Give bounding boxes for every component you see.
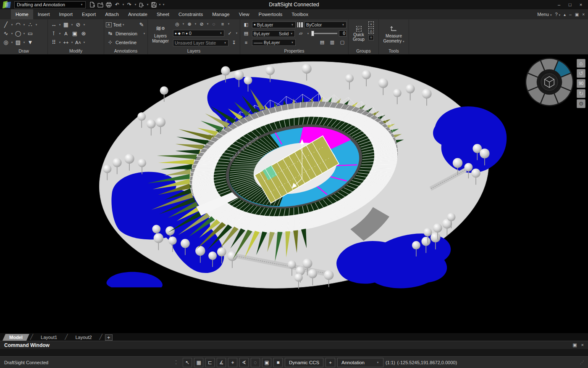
tab-sheet[interactable]: Sheet [152, 9, 174, 19]
add-scale-button[interactable]: + [326, 358, 335, 367]
rotate-cw-button[interactable]: ↻ [577, 89, 585, 98]
workspace-selector[interactable]: Drafting and Annotation ▾ [14, 1, 86, 8]
layer-lock-icon[interactable]: ⊘ [197, 20, 206, 28]
selection-cycling-icon[interactable]: ◌ [251, 358, 260, 367]
transparency-icon[interactable]: ▱ [297, 29, 305, 37]
tab-attach[interactable]: Attach [100, 9, 123, 19]
centerline-button[interactable]: ⊹ Centerline [106, 38, 136, 47]
layer-check-icon[interactable]: ✓ [226, 29, 234, 37]
tab-annotate[interactable]: Annotate [123, 9, 152, 19]
rectangle-icon[interactable]: ▭ [26, 29, 34, 37]
text-button[interactable]: A Text [106, 21, 121, 29]
home-view-button[interactable]: ⌂ [577, 59, 585, 68]
command-float-icon[interactable]: ▣ [572, 342, 577, 348]
tab-toolbox[interactable]: Toolbox [287, 9, 313, 19]
measure-geometry-button[interactable]: Measure Geometry ▾ [381, 20, 407, 47]
pen-icon[interactable]: ✎ [137, 21, 146, 29]
pick-group-icon[interactable]: ✧ [368, 35, 374, 40]
tab-insert[interactable]: Insert [33, 9, 55, 19]
rotate-90-button[interactable]: 90 [577, 79, 585, 88]
grid-icon[interactable]: ▦ [194, 358, 203, 367]
solid-icon[interactable]: ▼ [26, 38, 34, 46]
explode-icon[interactable]: ▣ [71, 29, 79, 37]
tab-constraints[interactable]: Constraints [174, 9, 207, 19]
ortho-icon[interactable]: ⊏ [205, 358, 215, 367]
tab-view[interactable]: View [234, 9, 254, 19]
tab-layout1[interactable]: Layout1 [34, 334, 64, 341]
tab-layout2[interactable]: Layout2 [68, 334, 98, 341]
command-close-icon[interactable]: × [581, 342, 584, 348]
save-button[interactable] [150, 1, 158, 8]
pattern-icon[interactable]: ▦ [62, 21, 70, 29]
burst-icon[interactable]: ⊛ [79, 29, 88, 37]
tab-powertools[interactable]: Powertools [254, 9, 287, 19]
slider-handle[interactable] [311, 31, 314, 36]
quick-modify-icon[interactable]: ⠿ [50, 38, 58, 46]
dynamic-ccs-button[interactable]: Dynamic CCS [285, 358, 323, 367]
rotate-ccw-button[interactable]: ↺ [577, 69, 585, 78]
command-window-header[interactable]: Command Window ▣ × [0, 341, 588, 349]
point-icon[interactable]: ∴ [26, 21, 34, 29]
line-color-combo[interactable]: ● ByLayer▾ [252, 21, 296, 28]
layer-hide-icon[interactable]: ◎ [173, 20, 181, 28]
line-icon[interactable]: ╱ [2, 21, 10, 29]
spline-icon[interactable]: ∿ [2, 29, 10, 37]
entity-list-icon[interactable]: ▥ [328, 38, 336, 46]
edit-group-icon[interactable]: △ [368, 28, 374, 34]
text-style-icon[interactable]: ▤ [318, 38, 326, 46]
transparency-slider[interactable]: 0 [311, 30, 346, 37]
line-weight-combo[interactable]: ByColor▾ [304, 21, 346, 28]
print-button[interactable] [105, 1, 113, 8]
active-layer-combo[interactable]: ● ◆ ⊓ ● 0 ▾ [173, 30, 224, 37]
doc-restore-button[interactable]: ▣ [575, 12, 579, 17]
stretch-icon[interactable]: ↔ [50, 21, 58, 29]
save-dropdown[interactable]: ▾ [158, 3, 161, 6]
annotation-scale-icon[interactable]: A˄ [74, 38, 82, 46]
menu-dropdown[interactable]: Menu ▾ [537, 12, 551, 17]
page-icon[interactable]: ▢ [338, 38, 346, 46]
doc-close-button[interactable]: × [582, 12, 585, 17]
ellipse-icon[interactable]: ◯ [14, 29, 22, 37]
undo-dropdown[interactable]: ▾ [122, 3, 125, 6]
fill-mode-icon[interactable]: ■ [273, 358, 283, 367]
close-button[interactable]: × [576, 1, 585, 8]
doc-minimize-button[interactable]: – [569, 12, 572, 17]
arc-icon[interactable]: ◠ [14, 21, 22, 29]
minimize-button[interactable]: – [554, 1, 564, 8]
layer-new-icon[interactable]: ⊕ [185, 20, 194, 28]
layer-preview-icon[interactable]: ◌ [210, 20, 218, 28]
tab-home[interactable]: Home [11, 9, 33, 19]
undo-icon[interactable]: ↶ [113, 1, 121, 8]
hatch-icon[interactable]: ▨ [14, 38, 22, 46]
annotation-scale-dropdown[interactable]: Annotation▾ [337, 358, 383, 367]
redo-icon[interactable]: ↷ [126, 1, 133, 8]
resize-grip[interactable]: ⋰ [580, 360, 584, 365]
edit-annotation-icon[interactable]: A [62, 29, 70, 37]
collapse-ribbon-button[interactable]: ▴ [564, 12, 566, 17]
entity-snap-icon[interactable]: ⌖ [228, 358, 237, 367]
layer-states-icon[interactable]: ≡ [218, 20, 227, 28]
line-style-combo[interactable]: —— ByLayer▾ [252, 39, 296, 46]
wheel-settings-button[interactable]: ⚙ [577, 99, 585, 108]
circle-icon[interactable]: ◎ [2, 38, 10, 46]
layer-state-combo[interactable]: Unsaved Layer State▾ [173, 40, 228, 46]
tab-manage[interactable]: Manage [207, 9, 234, 19]
erase-icon[interactable]: ⊘ [74, 21, 82, 29]
entity-track-icon[interactable]: ∢ [239, 358, 249, 367]
layer-state-apply-icon[interactable]: ↧ [230, 39, 238, 47]
view-wheel[interactable] [525, 57, 574, 107]
hatch-combo[interactable]: ByLayer Solid▾ [252, 30, 295, 37]
ungroup-icon[interactable]: × [368, 21, 374, 27]
statusbar-grip-icon[interactable]: ⁚ [171, 358, 181, 367]
tab-export[interactable]: Export [77, 9, 100, 19]
snap-icon[interactable]: ↖ [183, 358, 192, 367]
publish-dropdown[interactable]: ▾ [146, 3, 149, 6]
quick-group-button[interactable]: △○ Quick Group [350, 20, 367, 47]
publish-button[interactable] [138, 1, 145, 8]
redo-dropdown[interactable]: ▾ [134, 3, 137, 6]
help-dropdown[interactable]: ? ▾ [555, 12, 560, 17]
gizmo-icon[interactable]: ▣ [262, 358, 271, 367]
tab-model[interactable]: Model [3, 334, 29, 341]
polar-tracking-icon[interactable]: ∡ [217, 358, 226, 367]
trim-icon[interactable]: ⊺ [50, 29, 58, 37]
